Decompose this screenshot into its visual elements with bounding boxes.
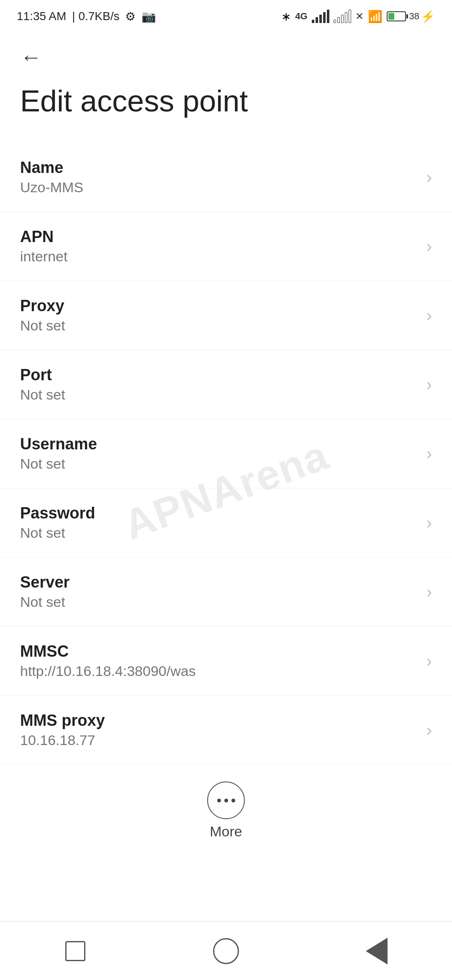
settings-icon: ⚙ (125, 10, 136, 23)
signal-bars-1 (312, 10, 329, 23)
more-dot-1 (217, 799, 221, 802)
no-signal-icon: ✕ (355, 10, 364, 22)
signal-4g-icon: 4G (295, 11, 307, 22)
settings-item-mms-proxy-content: MMS proxy 10.16.18.77 (20, 712, 418, 748)
settings-item-apn-label: APN (20, 228, 418, 246)
bluetooth-icon: ∗ (281, 10, 291, 23)
chevron-right-icon-name: › (426, 168, 432, 187)
signal-bars-2 (334, 10, 351, 23)
settings-item-server-content: Server Not set (20, 573, 418, 610)
settings-item-name[interactable]: Name Uzo-MMS › (0, 143, 452, 212)
status-bar: 11:35 AM | 0.7KB/s ⚙ 📷 ∗ 4G ✕ 📶 38 (0, 0, 452, 29)
settings-item-password-content: Password Not set (20, 504, 418, 541)
chevron-right-icon-password: › (426, 513, 432, 532)
nav-recents-button[interactable] (33, 934, 117, 968)
settings-item-proxy-label: Proxy (20, 297, 418, 315)
settings-item-proxy-value: Not set (20, 317, 418, 334)
settings-item-username-content: Username Not set (20, 435, 418, 472)
settings-item-mmsc[interactable]: MMSC http://10.16.18.4:38090/was › (0, 627, 452, 696)
settings-list: Name Uzo-MMS › APN internet › Proxy Not … (0, 143, 452, 765)
more-label: More (210, 823, 242, 840)
more-button[interactable] (207, 781, 245, 819)
chevron-right-icon-proxy: › (426, 306, 432, 325)
nav-back-button[interactable] (335, 934, 419, 968)
chevron-right-icon-username: › (426, 444, 432, 463)
settings-item-password-label: Password (20, 504, 418, 522)
back-arrow-icon: ← (20, 46, 42, 68)
settings-item-mmsc-value: http://10.16.18.4:38090/was (20, 663, 418, 679)
settings-item-apn-content: APN internet (20, 228, 418, 265)
settings-item-apn-value: internet (20, 248, 418, 265)
chevron-right-icon-port: › (426, 375, 432, 394)
battery-indicator: 38 ⚡ (387, 10, 435, 23)
settings-item-server-label: Server (20, 573, 418, 591)
settings-item-port[interactable]: Port Not set › (0, 350, 452, 419)
settings-item-port-content: Port Not set (20, 366, 418, 403)
page-title: Edit access point (20, 85, 432, 118)
settings-item-username[interactable]: Username Not set › (0, 419, 452, 488)
more-button-container: More (0, 765, 452, 852)
chevron-right-icon-mms-proxy: › (426, 721, 432, 740)
header: ← Edit access point (0, 29, 452, 126)
settings-item-mmsc-label: MMSC (20, 642, 418, 660)
settings-item-password-value: Not set (20, 525, 418, 541)
settings-item-name-value: Uzo-MMS (20, 179, 418, 196)
chevron-right-icon-apn: › (426, 237, 432, 256)
settings-item-mms-proxy-label: MMS proxy (20, 712, 418, 730)
settings-item-name-content: Name Uzo-MMS (20, 159, 418, 196)
chevron-right-icon-server: › (426, 583, 432, 601)
settings-item-apn[interactable]: APN internet › (0, 212, 452, 281)
nav-home-icon (213, 938, 239, 964)
settings-item-username-label: Username (20, 435, 418, 453)
more-dot-2 (224, 799, 228, 802)
more-dot-3 (231, 799, 235, 802)
speed-display: | 0.7KB/s (72, 10, 119, 23)
status-left: 11:35 AM | 0.7KB/s ⚙ 📷 (17, 10, 156, 23)
settings-item-server[interactable]: Server Not set › (0, 557, 452, 627)
status-right: ∗ 4G ✕ 📶 38 ⚡ (281, 10, 435, 23)
settings-item-username-value: Not set (20, 456, 418, 472)
time-display: 11:35 AM (17, 10, 66, 23)
nav-recents-icon (65, 941, 85, 961)
back-button[interactable]: ← (20, 42, 42, 72)
video-icon: 📷 (141, 10, 156, 23)
settings-item-proxy-content: Proxy Not set (20, 297, 418, 334)
nav-bar (0, 921, 452, 980)
settings-item-mms-proxy[interactable]: MMS proxy 10.16.18.77 › (0, 696, 452, 765)
chevron-right-icon-mmsc: › (426, 652, 432, 671)
settings-item-name-label: Name (20, 159, 418, 177)
settings-item-server-value: Not set (20, 594, 418, 610)
settings-item-port-label: Port (20, 366, 418, 384)
settings-item-port-value: Not set (20, 387, 418, 403)
wifi-icon: 📶 (368, 10, 383, 23)
settings-item-password[interactable]: Password Not set › (0, 488, 452, 557)
settings-item-mmsc-content: MMSC http://10.16.18.4:38090/was (20, 642, 418, 679)
nav-home-button[interactable] (184, 934, 268, 968)
settings-item-mms-proxy-value: 10.16.18.77 (20, 732, 418, 748)
nav-back-icon (366, 938, 388, 965)
settings-item-proxy[interactable]: Proxy Not set › (0, 281, 452, 350)
